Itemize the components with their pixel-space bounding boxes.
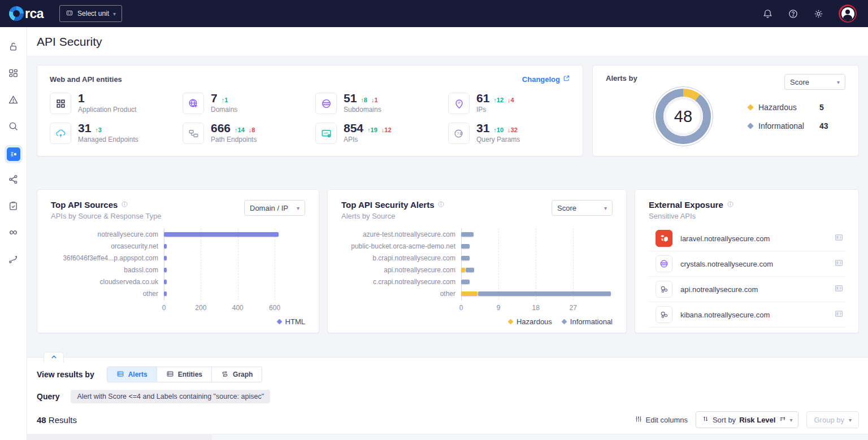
- bar-segment-hazardous[interactable]: [461, 291, 478, 296]
- chart-category-label: badssl.com: [51, 266, 164, 274]
- stat-managed-endpoints[interactable]: 31↑3Managed Endpoints: [50, 123, 183, 144]
- stat-path-endpoints[interactable]: 666↑14↓8Path Endpoints: [183, 123, 315, 144]
- stat-domains[interactable]: 7↑1Domains: [183, 93, 315, 114]
- bar-segment-html[interactable]: [164, 291, 167, 296]
- edit-columns-button[interactable]: Edit columns: [635, 415, 688, 425]
- query-params-icon: ?: [448, 123, 470, 144]
- sidebar-item-attack-path[interactable]: [0, 247, 27, 273]
- bar-segment-html[interactable]: [164, 256, 167, 260]
- tab-alerts[interactable]: Alerts: [107, 367, 157, 382]
- id-card-icon[interactable]: [834, 233, 844, 245]
- exposure-list-item[interactable]: WWWcrystals.notreallysecure.com: [649, 251, 845, 277]
- table-icon: [166, 370, 174, 380]
- info-icon[interactable]: [437, 200, 445, 210]
- group-by-button[interactable]: Group by ▾: [806, 411, 859, 428]
- bar-segment-informational[interactable]: [466, 268, 474, 272]
- bar-segment-html[interactable]: [164, 232, 279, 237]
- exposure-list-item[interactable]: kibana.notreallysecure.com: [649, 302, 845, 328]
- chart-row: notreallysecure.com: [51, 228, 305, 240]
- sidebar-item-search[interactable]: [0, 114, 27, 141]
- column-header-labels[interactable]: Labels: [524, 434, 597, 440]
- chart-bar-area: [461, 244, 613, 249]
- id-card-icon[interactable]: [834, 309, 844, 321]
- avatar-inner: [840, 6, 856, 21]
- sidebar-item-service-graph[interactable]: [0, 167, 27, 194]
- sidebar-item-unlock[interactable]: [0, 34, 27, 61]
- select-unit-dropdown[interactable]: Select unit ▾: [59, 5, 122, 22]
- tab-entities[interactable]: Entities: [157, 367, 212, 382]
- column-header-asset[interactable]: Asset: [212, 434, 349, 440]
- stat-value: 31: [476, 123, 489, 134]
- user-avatar[interactable]: [839, 5, 857, 23]
- sidebar-item-dashboard[interactable]: [0, 61, 27, 88]
- help-icon[interactable]: [788, 8, 798, 19]
- bar-segment-hazardous[interactable]: [461, 268, 465, 272]
- collapse-panel-button[interactable]: [44, 352, 64, 363]
- bar-segment-html[interactable]: [164, 280, 167, 284]
- column-header-actions[interactable]: Actions: [814, 434, 868, 440]
- stat-delta-down: ↓4: [507, 97, 514, 103]
- chart-category-label: orcasecurity.net: [51, 242, 164, 250]
- chart-bar: [461, 232, 613, 237]
- sidebar-item-compliance[interactable]: [0, 194, 27, 220]
- legend-item-hazardous[interactable]: Hazardous5: [748, 103, 828, 112]
- column-header-status[interactable]: Status: [459, 434, 524, 440]
- bar-segment-html[interactable]: [164, 244, 167, 249]
- notifications-bell-icon[interactable]: [762, 8, 773, 19]
- stat-label: APIs: [344, 136, 392, 143]
- top-api-alerts-title: Top API Security Alerts: [341, 200, 434, 210]
- stat-query-params[interactable]: ?31↑10↓32Query Params: [448, 123, 581, 144]
- sidebar-item-integrations[interactable]: [0, 220, 27, 247]
- alerts-by-dropdown[interactable]: Score ▾: [784, 74, 845, 90]
- legend-item-informational[interactable]: Informational43: [748, 121, 828, 130]
- unit-icon: [66, 9, 73, 19]
- column-header-risk-level[interactable]: Risk Level⇅: [27, 434, 212, 440]
- tab-label: Graph: [233, 371, 253, 378]
- settings-gear-icon[interactable]: [813, 8, 824, 19]
- bar-segment-informational[interactable]: [461, 232, 474, 237]
- alerts-donut-chart[interactable]: 48: [653, 86, 713, 146]
- legend-diamond-icon: [508, 319, 514, 325]
- bar-segment-html[interactable]: [164, 268, 167, 272]
- sidebar-item-api-security[interactable]: [0, 141, 27, 167]
- orca-logo[interactable]: rca: [9, 6, 44, 21]
- stat-apis[interactable]: API854↑19↓12APIs: [315, 123, 448, 144]
- top-api-sources-dropdown[interactable]: Domain / IP ▾: [244, 200, 305, 216]
- chart-category-label: other: [341, 290, 461, 298]
- stat-subdomains[interactable]: WWW51↑8↓1Subdomains: [315, 93, 448, 114]
- info-icon[interactable]: [121, 200, 128, 210]
- bar-segment-informational[interactable]: [478, 291, 611, 296]
- column-header-created-at[interactable]: Created at: [597, 434, 660, 440]
- column-header-cloud-account[interactable]: Cloud account: [349, 434, 459, 440]
- bar-segment-informational[interactable]: [461, 256, 470, 260]
- external-link-icon: [563, 75, 570, 84]
- sidebar-item-alerts[interactable]: [0, 88, 27, 114]
- tab-graph[interactable]: Graph: [212, 367, 262, 382]
- chart-bar-area: [164, 256, 305, 260]
- info-icon[interactable]: [727, 200, 734, 210]
- exposure-list-item[interactable]: api.notreallysecure.com: [649, 277, 845, 302]
- top-api-sources-title: Top API Sources: [51, 200, 118, 210]
- axis-tick-label: 18: [532, 304, 539, 312]
- chart-bar: [461, 268, 613, 272]
- bar-segment-informational[interactable]: [461, 280, 470, 284]
- column-header-inventory[interactable]: Inventory: [660, 434, 814, 440]
- chart-bar: [164, 232, 305, 237]
- bar-segment-informational[interactable]: [461, 244, 470, 249]
- sort-by-button[interactable]: Sort by Risk Level ▾: [696, 411, 799, 428]
- query-chip[interactable]: Alert with Score <=4 and Labels containi…: [71, 390, 270, 403]
- stat-ips[interactable]: IP61↑12↓4IPs: [448, 93, 581, 114]
- table-icon: [116, 370, 124, 380]
- chart-category-label: azure-test.notreallysecure.com: [341, 230, 461, 238]
- id-card-icon[interactable]: [834, 284, 844, 295]
- stat-content: 61↑12↓4IPs: [476, 93, 514, 114]
- top-api-alerts-dropdown[interactable]: Score ▾: [552, 200, 613, 216]
- id-card-icon[interactable]: [834, 258, 844, 270]
- changelog-link[interactable]: Changelog: [522, 75, 570, 84]
- stat-app-product[interactable]: 1Application Product: [50, 93, 183, 114]
- chart-bar: [164, 244, 305, 249]
- exposure-list-item[interactable]: laravel.notreallysecure.com: [649, 226, 845, 251]
- group-by-label: Group by: [814, 416, 844, 424]
- stat-value: 854: [344, 123, 363, 134]
- legend-label: Informational: [570, 317, 613, 326]
